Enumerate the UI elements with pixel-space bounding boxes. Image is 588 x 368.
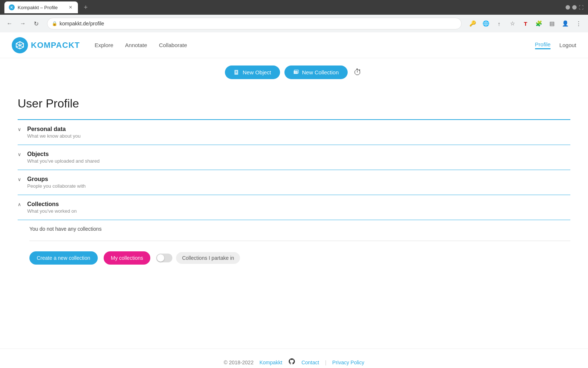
section-groups-title: Groups [27, 176, 86, 183]
navbar: KOMPACKT Explore Annotate Collaborate Pr… [0, 32, 588, 58]
window-minimize[interactable] [566, 5, 570, 10]
menu-icon[interactable]: ⋮ [573, 18, 584, 29]
tab-close-button[interactable]: ✕ [68, 4, 74, 10]
toggle-container: Collections I partake in [156, 252, 240, 264]
no-collections-text: You do not have any collections [29, 226, 570, 232]
browser-window: K Kompakkt – Profile ✕ + ⛶ ← → ↻ 🔒 kompa… [0, 0, 588, 368]
new-collection-icon [293, 70, 299, 75]
logo-icon [12, 37, 28, 53]
nav-logout[interactable]: Logout [559, 42, 576, 48]
section-collections-header: ∧ Collections What you've worked on [18, 201, 570, 214]
footer-divider: | [325, 360, 326, 365]
section-collections[interactable]: ∧ Collections What you've worked on [18, 195, 570, 220]
back-button[interactable]: ← [4, 18, 15, 29]
star-icon[interactable]: ☆ [507, 18, 517, 29]
section-personal-data-header: ∨ Personal data What we know about you [18, 126, 570, 139]
section-objects[interactable]: ∨ Objects What you've uploaded and share… [18, 145, 570, 170]
forward-button[interactable]: → [18, 18, 28, 29]
key-icon[interactable]: 🔑 [467, 18, 478, 29]
collections-toggle[interactable] [156, 254, 172, 262]
address-bar[interactable]: 🔒 kompakkt.de/profile [47, 18, 462, 29]
toolbar: New Object New Collection ⏱ [0, 58, 588, 85]
footer-brand-link[interactable]: Kompakkt [259, 360, 282, 365]
app-container: KOMPACKT Explore Annotate Collaborate Pr… [0, 32, 588, 368]
new-object-button[interactable]: New Object [225, 66, 280, 79]
tab-title: Kompakkt – Profile [18, 5, 58, 10]
section-objects-title: Objects [27, 151, 100, 158]
window-expand[interactable]: ⛶ [579, 5, 584, 10]
new-collection-button[interactable]: New Collection [284, 66, 348, 79]
chevron-objects: ∨ [18, 152, 23, 157]
toggle-label: Collections I partake in [176, 252, 240, 264]
browser-tab[interactable]: K Kompakkt – Profile ✕ [4, 1, 78, 13]
chevron-groups: ∨ [18, 177, 23, 182]
section-personal-data[interactable]: ∨ Personal data What we know about you [18, 120, 570, 145]
extension-red-icon[interactable]: T [520, 18, 531, 29]
nav-annotate[interactable]: Annotate [125, 42, 147, 48]
section-personal-data-subtitle: What we know about you [27, 133, 80, 139]
section-groups-header: ∨ Groups People you collaborate with [18, 176, 570, 189]
section-objects-header: ∨ Objects What you've uploaded and share… [18, 151, 570, 164]
toggle-thumb [157, 254, 164, 262]
logo[interactable]: KOMPACKT [12, 37, 80, 53]
nav-links: Explore Annotate Collaborate [94, 42, 187, 48]
my-collections-button[interactable]: My collections [104, 251, 151, 265]
site-footer: © 2018-2022 Kompakkt Contact | Privacy P… [0, 348, 588, 368]
refresh-button[interactable]: ↻ [31, 18, 41, 29]
nav-right: Profile Logout [535, 41, 576, 49]
create-collection-button[interactable]: Create a new collection [29, 251, 98, 265]
nav-profile[interactable]: Profile [535, 41, 551, 49]
browser-controls: ← → ↻ 🔒 kompakkt.de/profile 🔑 🌐 ↑ ☆ T 🧩 … [0, 15, 588, 32]
page-title: User Profile [18, 97, 570, 110]
section-groups-subtitle: People you collaborate with [27, 183, 86, 189]
sidebar-toggle-icon[interactable]: ▤ [547, 18, 557, 29]
share-icon[interactable]: ↑ [494, 18, 504, 29]
collections-content: You do not have any collections Create a… [18, 220, 570, 270]
window-maximize[interactable] [572, 5, 577, 10]
github-icon[interactable] [288, 358, 295, 367]
copyright-text: © 2018-2022 [224, 360, 254, 365]
section-groups[interactable]: ∨ Groups People you collaborate with [18, 170, 570, 195]
section-objects-subtitle: What you've uploaded and shared [27, 158, 100, 164]
nav-explore[interactable]: Explore [94, 42, 113, 48]
chevron-personal-data: ∨ [18, 127, 23, 132]
collections-divider [29, 241, 570, 241]
chevron-collections: ∧ [18, 202, 23, 207]
footer-contact-link[interactable]: Contact [301, 360, 319, 365]
profile-icon[interactable]: 👤 [560, 18, 570, 29]
browser-actions: 🔑 🌐 ↑ ☆ T 🧩 ▤ 👤 ⋮ [467, 18, 584, 29]
main-content: User Profile ∨ Personal data What we kno… [0, 85, 588, 282]
new-object-icon [234, 70, 240, 75]
lock-icon: 🔒 [52, 21, 57, 26]
nav-collaborate[interactable]: Collaborate [159, 42, 187, 48]
section-collections-title: Collections [27, 201, 77, 208]
footer-privacy-link[interactable]: Privacy Policy [332, 360, 364, 365]
section-list: ∨ Personal data What we know about you ∨… [18, 119, 570, 270]
collections-footer: Create a new collection My collections C… [29, 248, 570, 268]
logo-text: KOMPACKT [31, 40, 80, 50]
tab-favicon: K [9, 4, 15, 10]
section-collections-subtitle: What you've worked on [27, 208, 77, 214]
new-tab-button[interactable]: + [81, 2, 91, 13]
address-text: kompakkt.de/profile [60, 21, 104, 26]
section-personal-data-title: Personal data [27, 126, 80, 132]
translate-icon[interactable]: 🌐 [481, 18, 491, 29]
history-button[interactable]: ⏱ [352, 66, 363, 79]
browser-titlebar: K Kompakkt – Profile ✕ + ⛶ [0, 0, 588, 15]
puzzle-icon[interactable]: 🧩 [534, 18, 544, 29]
